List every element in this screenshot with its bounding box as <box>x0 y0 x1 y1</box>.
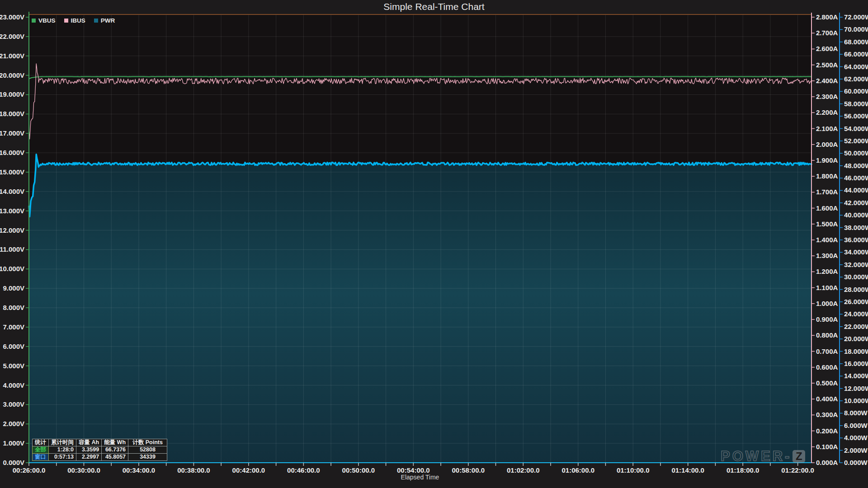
y-axis-voltage-labels: 0.000V1.000V2.000V3.000V4.000V5.000V6.00… <box>0 13 29 466</box>
svg-text:34.000W: 34.000W <box>844 248 868 256</box>
legend-item-pwr[interactable]: PWR <box>94 17 115 24</box>
stats-header-capacity: 容量 Ah <box>76 439 102 446</box>
x-axis-title: Elapsed Time <box>307 474 533 481</box>
svg-text:9.000V: 9.000V <box>3 284 24 292</box>
svg-text:62.000W: 62.000W <box>844 75 868 83</box>
svg-text:12.000V: 12.000V <box>0 226 24 234</box>
svg-text:46.000W: 46.000W <box>844 174 868 182</box>
watermark-text: POWER- <box>721 448 792 465</box>
svg-text:1.100A: 1.100A <box>816 284 838 291</box>
legend: VBUS IBUS PWR <box>32 17 123 24</box>
ibus-swatch-icon <box>64 19 68 23</box>
svg-text:2.800A: 2.800A <box>816 13 838 21</box>
svg-text:00:34:00.0: 00:34:00.0 <box>123 466 156 474</box>
svg-text:44.000W: 44.000W <box>844 186 868 194</box>
svg-text:68.000W: 68.000W <box>844 38 868 46</box>
svg-text:70.000W: 70.000W <box>844 25 868 33</box>
pwr-area-fill <box>29 155 811 463</box>
svg-text:14.000V: 14.000V <box>0 188 24 195</box>
svg-text:1.000A: 1.000A <box>816 300 838 307</box>
svg-text:00:50:00.0: 00:50:00.0 <box>342 466 375 474</box>
svg-text:0.600A: 0.600A <box>816 363 838 371</box>
svg-text:0.300A: 0.300A <box>816 411 838 418</box>
svg-text:52.000W: 52.000W <box>844 137 868 145</box>
legend-item-vbus[interactable]: VBUS <box>32 17 56 24</box>
svg-text:00:26:00.0: 00:26:00.0 <box>13 466 46 474</box>
svg-text:1.600A: 1.600A <box>816 204 838 212</box>
stats-table: 统计 累计时间 容量 Ah 能量 Wh 计数 Points 全部 1:28:0 … <box>32 439 167 461</box>
stats-all-badge: 全部 <box>33 446 49 454</box>
stats-all-points: 52808 <box>128 446 167 454</box>
svg-text:0.100A: 0.100A <box>816 443 838 450</box>
svg-text:1.300A: 1.300A <box>816 252 838 259</box>
legend-label-ibus: IBUS <box>71 17 85 24</box>
svg-text:0.800A: 0.800A <box>816 331 838 339</box>
svg-text:19.000V: 19.000V <box>0 90 24 98</box>
stats-row-all: 全部 1:28:0 3.3599 66.7376 52808 <box>33 446 167 454</box>
svg-text:66.000W: 66.000W <box>844 50 868 58</box>
svg-text:2.300A: 2.300A <box>816 93 838 100</box>
svg-text:01:10:00.0: 01:10:00.0 <box>617 466 650 474</box>
powerz-watermark: POWER- Z <box>721 448 805 465</box>
stats-window-energy: 45.8057 <box>102 454 128 461</box>
stats-all-capacity: 3.3599 <box>76 446 102 454</box>
vbus-swatch-icon <box>32 19 36 23</box>
svg-text:2.400A: 2.400A <box>816 77 838 84</box>
stats-header-energy: 能量 Wh <box>102 439 128 446</box>
y-axis-power-labels: 0.000W2.000W4.000W6.000W8.000W10.000W12.… <box>840 13 868 466</box>
svg-text:2.000V: 2.000V <box>3 420 24 427</box>
svg-text:24.000W: 24.000W <box>844 310 868 318</box>
svg-text:2.000A: 2.000A <box>816 141 838 148</box>
svg-text:15.000V: 15.000V <box>0 168 24 176</box>
x-axis-labels: 00:26:00.000:30:00.000:34:00.000:38:00.0… <box>13 463 814 474</box>
stats-header-stat: 统计 <box>33 439 49 446</box>
svg-text:30.000W: 30.000W <box>844 273 868 281</box>
legend-item-ibus[interactable]: IBUS <box>64 17 85 24</box>
svg-text:1.700A: 1.700A <box>816 188 838 196</box>
svg-text:01:02:00.0: 01:02:00.0 <box>507 466 540 474</box>
svg-text:6.000W: 6.000W <box>844 422 868 429</box>
svg-text:01:06:00.0: 01:06:00.0 <box>561 466 594 474</box>
svg-text:0.000A: 0.000A <box>816 459 838 466</box>
legend-label-pwr: PWR <box>101 17 115 24</box>
svg-text:48.000W: 48.000W <box>844 162 868 169</box>
svg-text:3.000V: 3.000V <box>3 400 24 408</box>
svg-text:22.000W: 22.000W <box>844 323 868 330</box>
svg-text:01:18:00.0: 01:18:00.0 <box>726 466 760 474</box>
svg-text:1.400A: 1.400A <box>816 236 838 244</box>
svg-text:38.000W: 38.000W <box>844 224 868 231</box>
svg-text:8.000V: 8.000V <box>3 304 24 311</box>
svg-text:50.000W: 50.000W <box>844 149 868 157</box>
svg-text:8.000W: 8.000W <box>844 409 868 417</box>
svg-text:21.000V: 21.000V <box>0 52 24 60</box>
svg-text:60.000W: 60.000W <box>844 87 868 95</box>
svg-text:0.900A: 0.900A <box>816 315 838 323</box>
stats-header-row: 统计 累计时间 容量 Ah 能量 Wh 计数 Points <box>33 439 167 446</box>
svg-text:0.500A: 0.500A <box>816 379 838 387</box>
svg-text:0.200A: 0.200A <box>816 427 838 435</box>
svg-text:2.500A: 2.500A <box>816 61 838 69</box>
svg-text:58.000W: 58.000W <box>844 100 868 108</box>
stats-all-energy: 66.7376 <box>102 446 128 454</box>
realtime-chart-plot: 0.000V1.000V2.000V3.000V4.000V5.000V6.00… <box>0 0 868 488</box>
svg-text:54.000W: 54.000W <box>844 125 868 132</box>
svg-text:2.600A: 2.600A <box>816 45 838 52</box>
svg-text:42.000W: 42.000W <box>844 199 868 206</box>
stats-header-points: 计数 Points <box>128 439 167 446</box>
svg-text:4.000V: 4.000V <box>3 381 24 389</box>
y-axis-current-labels: 0.000A0.100A0.200A0.300A0.400A0.500A0.60… <box>811 13 838 466</box>
svg-text:10.000W: 10.000W <box>844 397 868 404</box>
svg-text:16.000V: 16.000V <box>0 149 24 156</box>
svg-text:2.000W: 2.000W <box>844 446 868 454</box>
svg-text:12.000W: 12.000W <box>844 385 868 392</box>
svg-text:7.000V: 7.000V <box>3 323 24 331</box>
svg-text:00:38:00.0: 00:38:00.0 <box>177 466 210 474</box>
stats-row-window: 窗口 0:57:13 2.2997 45.8057 34339 <box>33 454 167 461</box>
svg-text:1.500A: 1.500A <box>816 220 838 228</box>
svg-text:10.000V: 10.000V <box>0 265 24 272</box>
svg-text:00:58:00.0: 00:58:00.0 <box>452 466 485 474</box>
svg-text:32.000W: 32.000W <box>844 261 868 268</box>
stats-window-capacity: 2.2997 <box>76 454 102 461</box>
svg-text:00:46:00.0: 00:46:00.0 <box>287 466 320 474</box>
svg-text:01:22:00.0: 01:22:00.0 <box>781 466 814 474</box>
